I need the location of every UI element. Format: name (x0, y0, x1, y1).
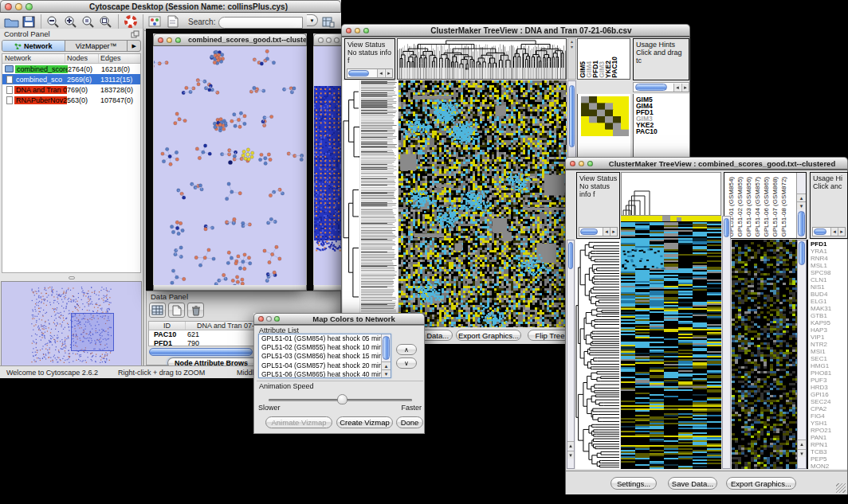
view-status-hscrollbar[interactable]: ◂ ▸ (347, 68, 393, 78)
global-vscrollbar[interactable]: ▴ ▾ (797, 240, 807, 469)
gene-label[interactable]: PUF3 (811, 377, 847, 384)
gene-label[interactable]: PAN1 (811, 434, 847, 441)
create-vizmap-button[interactable]: Create Vizmap (336, 416, 393, 428)
zoom-in-icon[interactable] (62, 14, 80, 29)
gene-label[interactable]: TCB3 (811, 448, 847, 455)
tree-scroll-arrows[interactable]: ▴▾ (567, 38, 576, 80)
speed-slider-thumb[interactable] (337, 394, 347, 404)
scrollbar-thumb[interactable] (383, 336, 390, 360)
vizmap-icon[interactable] (147, 14, 164, 29)
close-icon[interactable] (570, 161, 575, 166)
scroll-up-icon[interactable]: ▴ (798, 440, 806, 447)
close-icon[interactable] (5, 3, 12, 10)
scroll-right-icon[interactable]: ▸ (681, 84, 689, 92)
network-list-row[interactable]: combined_sco2569(6)13112(15) (2, 74, 140, 84)
close-icon[interactable] (158, 37, 163, 43)
scroll-up-icon[interactable]: ▴ (567, 441, 574, 449)
search-input[interactable] (218, 17, 303, 29)
zoom-window-icon[interactable] (26, 3, 33, 10)
new-attribute-icon[interactable] (168, 303, 185, 318)
scroll-right-icon[interactable]: ▸ (838, 228, 845, 236)
gene-label[interactable]: HMG1 (811, 362, 847, 369)
scrollbar-thumb[interactable] (814, 229, 826, 235)
row-dendrogram-canvas[interactable] (575, 240, 620, 469)
network-overview-panel[interactable] (1, 281, 142, 366)
gene-label[interactable]: NTR2 (811, 341, 847, 348)
dialog-titlebar[interactable]: Map Colors to Network (253, 313, 425, 325)
cytoscape-titlebar[interactable]: Cytoscape Desktop (Session Name: collins… (0, 0, 341, 13)
attribute-item[interactable]: GPL51-01 (GSM854) heat shock 05 min (259, 334, 391, 343)
column-header[interactable]: Nodes (65, 54, 99, 63)
gene-label[interactable]: RPO21 (811, 427, 847, 434)
minimize-icon[interactable] (167, 37, 172, 43)
save-session-button[interactable] (20, 14, 37, 29)
gene-label[interactable]: ELG1 (811, 298, 847, 305)
attribute-item[interactable]: GPL51-04 (GSM857) heat shock 20 min (259, 361, 391, 370)
heatmap-vscrollbar[interactable] (722, 216, 731, 469)
column-tree-area[interactable] (621, 172, 721, 216)
network-list-row[interactable]: combined_scores2764(0)16218(0) (2, 64, 140, 74)
data-panel-hscrollbar[interactable] (149, 348, 253, 356)
network-view-2-titlebar[interactable] (313, 33, 343, 46)
zoom-fit-icon[interactable] (97, 14, 115, 29)
heatmap-canvas[interactable] (621, 216, 721, 469)
export-graphics-button[interactable]: Export Graphics... (726, 477, 796, 490)
gene-label[interactable]: MSI1 (811, 348, 847, 355)
search-dropdown-icon[interactable]: ▼ (307, 14, 318, 26)
splitter-handle[interactable] (2, 275, 141, 280)
zoom-window-icon[interactable] (274, 316, 280, 322)
gene-label[interactable]: FIG4 (811, 412, 847, 420)
usage-hscrollbar[interactable]: ◂ ▸ (812, 227, 846, 236)
scroll-left-icon[interactable]: ◂ (377, 69, 384, 77)
heatmap-canvas[interactable] (398, 80, 567, 327)
attribute-item[interactable]: GPL51-03 (GSM856) heat shock 15 min (259, 352, 391, 361)
zoom-window-icon[interactable] (363, 28, 369, 33)
minimize-icon[interactable] (15, 3, 22, 10)
scrollbar-thumb[interactable] (799, 241, 805, 265)
scroll-down-icon[interactable]: ▾ (567, 451, 574, 459)
annotation-icon[interactable] (164, 14, 182, 29)
minimize-icon[interactable] (326, 37, 332, 43)
gene-label[interactable]: MSL1 (811, 262, 847, 269)
gene-label[interactable]: RNR4 (811, 255, 847, 262)
move-up-button[interactable]: ∧ (396, 344, 417, 355)
gene-label[interactable]: YSH1 (811, 420, 847, 427)
zoom-out-icon[interactable] (45, 14, 62, 29)
zoom-selected-icon[interactable] (80, 14, 97, 29)
scroll-right-icon[interactable]: ▸ (610, 228, 617, 236)
minimize-icon[interactable] (266, 316, 272, 322)
zoom-window-icon[interactable] (334, 37, 340, 43)
zoom-window-icon[interactable] (175, 37, 181, 43)
row-labels-band[interactable] (360, 80, 398, 327)
gene-label[interactable]: VIP1 (811, 334, 847, 341)
export-graphics-button[interactable]: Export Graphics... (456, 330, 521, 341)
attribute-listbox[interactable]: GPL51-01 (GSM854) heat shock 05 minGPL51… (258, 334, 391, 378)
scroll-down-icon[interactable]: ▾ (382, 369, 391, 377)
column-dendrogram-canvas[interactable] (397, 38, 567, 80)
gene-label[interactable]: RPN1 (811, 441, 847, 448)
scroll-left-icon[interactable]: ◂ (603, 228, 610, 236)
zoom-window-icon[interactable] (587, 161, 593, 166)
gene-label[interactable]: MON2 (811, 463, 847, 469)
scroll-down-icon[interactable]: ▾ (797, 201, 806, 209)
column-header[interactable]: ID (149, 322, 186, 330)
minimize-icon[interactable] (355, 28, 360, 33)
scroll-left-icon[interactable]: ◂ (830, 228, 838, 236)
usage-hscrollbar[interactable]: ◂ ▸ (633, 82, 689, 92)
gene-label[interactable]: NIS1 (811, 283, 847, 291)
settings-button[interactable]: Settings... (610, 477, 657, 490)
tab-network[interactable]: Network (2, 41, 65, 51)
save-data-button[interactable]: Save Data... (668, 477, 717, 490)
scrollbar-thumb[interactable] (580, 229, 598, 235)
network-canvas[interactable] (154, 46, 306, 285)
scroll-right-icon[interactable]: ▸ (385, 69, 392, 77)
global-heatmap-canvas[interactable] (732, 240, 797, 469)
network-canvas-2[interactable] (314, 46, 342, 285)
select-attributes-icon[interactable] (149, 303, 166, 318)
scrollbar-thumb[interactable] (569, 85, 575, 147)
gene-label[interactable]: MAK31 (811, 305, 847, 312)
scrollbar-thumb[interactable] (798, 211, 805, 236)
search-options-icon[interactable] (320, 14, 337, 29)
done-button[interactable]: Done (396, 416, 423, 428)
gene-label[interactable]: KAP95 (811, 319, 847, 326)
